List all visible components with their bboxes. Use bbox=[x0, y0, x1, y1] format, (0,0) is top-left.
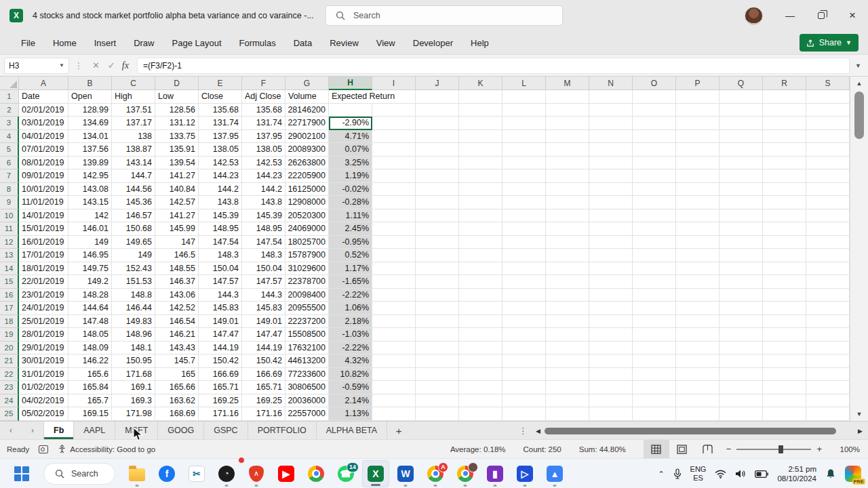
cell-J6[interactable] bbox=[416, 157, 459, 170]
cell-F3[interactable]: 131.74 bbox=[242, 117, 285, 130]
cell-K17[interactable] bbox=[459, 302, 502, 315]
row-header-2[interactable]: 2 bbox=[0, 104, 19, 117]
row-header-7[interactable]: 7 bbox=[0, 169, 19, 183]
row-header-24[interactable]: 24 bbox=[0, 394, 19, 408]
cell-G21[interactable]: 44613200 bbox=[285, 354, 329, 368]
cell-S7[interactable] bbox=[806, 169, 850, 183]
cell-Q6[interactable] bbox=[719, 157, 763, 170]
row-header-23[interactable]: 23 bbox=[0, 381, 19, 394]
cell-D17[interactable]: 142.52 bbox=[155, 302, 199, 315]
cell-G10[interactable]: 20520300 bbox=[285, 209, 329, 223]
cell-B2[interactable]: 128.99 bbox=[68, 104, 112, 117]
cell-C11[interactable]: 150.68 bbox=[112, 222, 155, 236]
cell-P25[interactable] bbox=[676, 407, 719, 421]
cell-H13[interactable]: 0.52% bbox=[329, 249, 372, 262]
column-header-C[interactable]: C bbox=[112, 77, 155, 90]
cell-R19[interactable] bbox=[763, 328, 806, 342]
cell-B8[interactable]: 143.08 bbox=[68, 183, 112, 197]
cell-K4[interactable] bbox=[459, 130, 502, 144]
scroll-right-icon[interactable]: ▶ bbox=[858, 428, 863, 434]
cell-G23[interactable]: 30806500 bbox=[285, 381, 329, 394]
column-header-L[interactable]: L bbox=[502, 77, 546, 90]
cell-M24[interactable] bbox=[546, 394, 589, 408]
cell-N7[interactable] bbox=[589, 169, 633, 183]
row-header-15[interactable]: 15 bbox=[0, 275, 19, 289]
cell-E2[interactable]: 135.68 bbox=[199, 104, 242, 117]
cell-Q14[interactable] bbox=[719, 262, 763, 276]
cell-F1[interactable]: Adj Close bbox=[242, 90, 285, 104]
cell-F2[interactable]: 135.68 bbox=[242, 104, 285, 117]
cell-S19[interactable] bbox=[806, 328, 850, 342]
cell-S3[interactable] bbox=[806, 117, 850, 130]
cell-E20[interactable]: 144.19 bbox=[199, 342, 242, 355]
cell-F23[interactable]: 165.71 bbox=[242, 381, 285, 394]
cell-C12[interactable]: 149.65 bbox=[112, 236, 155, 249]
cell-E7[interactable]: 144.23 bbox=[199, 169, 242, 183]
cell-A11[interactable]: 15/01/2019 bbox=[19, 222, 68, 236]
cell-P16[interactable] bbox=[676, 289, 719, 302]
chrome-profile-b-button[interactable] bbox=[452, 460, 479, 487]
cell-E14[interactable]: 150.04 bbox=[199, 262, 242, 276]
cell-O9[interactable] bbox=[633, 196, 676, 209]
row-header-5[interactable]: 5 bbox=[0, 143, 19, 157]
cell-G9[interactable]: 12908000 bbox=[285, 196, 329, 209]
cell-O23[interactable] bbox=[633, 381, 676, 394]
cell-L10[interactable] bbox=[502, 209, 546, 223]
cell-K11[interactable] bbox=[459, 222, 502, 236]
cell-H23[interactable]: -0.59% bbox=[329, 381, 372, 394]
chrome-profile-a-button[interactable]: A bbox=[422, 460, 449, 487]
cell-A14[interactable]: 18/01/2019 bbox=[19, 262, 68, 276]
cell-R16[interactable] bbox=[763, 289, 806, 302]
snipping-tool-button[interactable]: ✂ bbox=[183, 460, 210, 487]
cell-E19[interactable]: 147.47 bbox=[199, 328, 242, 342]
cell-M12[interactable] bbox=[546, 236, 589, 249]
cell-O16[interactable] bbox=[633, 289, 676, 302]
minimize-button[interactable]: — bbox=[774, 0, 806, 31]
cell-S1[interactable] bbox=[806, 90, 850, 104]
ribbon-tab-home[interactable]: Home bbox=[44, 31, 85, 54]
cell-I11[interactable] bbox=[372, 222, 416, 236]
cell-A3[interactable]: 03/01/2019 bbox=[19, 117, 68, 130]
cell-O25[interactable] bbox=[633, 407, 676, 421]
cell-A15[interactable]: 22/01/2019 bbox=[19, 275, 68, 289]
cell-O17[interactable] bbox=[633, 302, 676, 315]
cancel-icon[interactable]: ✕ bbox=[92, 60, 100, 70]
cell-P10[interactable] bbox=[676, 209, 719, 223]
cell-P23[interactable] bbox=[676, 381, 719, 394]
cell-H14[interactable]: 1.17% bbox=[329, 262, 372, 276]
cell-R18[interactable] bbox=[763, 315, 806, 329]
scroll-up-icon[interactable]: ▲ bbox=[850, 77, 868, 90]
cell-G1[interactable]: Volume bbox=[285, 90, 329, 104]
cell-I21[interactable] bbox=[372, 354, 416, 368]
cell-P4[interactable] bbox=[676, 130, 719, 144]
cell-N6[interactable] bbox=[589, 157, 633, 170]
cell-B21[interactable]: 146.22 bbox=[68, 354, 112, 368]
cell-N23[interactable] bbox=[589, 381, 633, 394]
cell-S6[interactable] bbox=[806, 157, 850, 170]
cell-Q2[interactable] bbox=[719, 104, 763, 117]
cell-M4[interactable] bbox=[546, 130, 589, 144]
cell-M23[interactable] bbox=[546, 381, 589, 394]
cell-J12[interactable] bbox=[416, 236, 459, 249]
cell-K10[interactable] bbox=[459, 209, 502, 223]
cell-P13[interactable] bbox=[676, 249, 719, 262]
zoom-level[interactable]: 100% bbox=[827, 445, 860, 453]
whatsapp-button[interactable]: ☎14 bbox=[332, 460, 359, 487]
cell-L8[interactable] bbox=[502, 183, 546, 197]
cell-F21[interactable]: 150.42 bbox=[242, 354, 285, 368]
cell-D20[interactable]: 143.43 bbox=[155, 342, 199, 355]
cell-J10[interactable] bbox=[416, 209, 459, 223]
cell-M14[interactable] bbox=[546, 262, 589, 276]
cell-H15[interactable]: -1.65% bbox=[329, 275, 372, 289]
obs-studio-button[interactable]: ◔ bbox=[213, 460, 240, 487]
column-header-K[interactable]: K bbox=[459, 77, 502, 90]
cell-C25[interactable]: 171.98 bbox=[112, 407, 155, 421]
insert-function-icon[interactable]: fx bbox=[122, 60, 129, 71]
cell-J20[interactable] bbox=[416, 342, 459, 355]
cell-C17[interactable]: 146.44 bbox=[112, 302, 155, 315]
cell-E16[interactable]: 144.3 bbox=[199, 289, 242, 302]
cell-L7[interactable] bbox=[502, 169, 546, 183]
cell-E23[interactable]: 165.71 bbox=[199, 381, 242, 394]
cell-N8[interactable] bbox=[589, 183, 633, 197]
row-header-19[interactable]: 19 bbox=[0, 328, 19, 342]
